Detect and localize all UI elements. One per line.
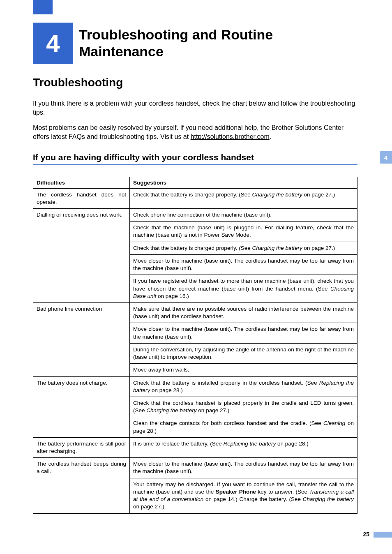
difficulty-cell: The cordless handset does not operate. bbox=[33, 188, 130, 208]
suggestion-cell: Clean the charge contacts for both cordl… bbox=[130, 417, 357, 437]
difficulty-cell: The cordless handset beeps during a call… bbox=[33, 458, 130, 513]
page-number-bar bbox=[374, 532, 392, 538]
table-header-difficulties: Difficulties bbox=[33, 177, 130, 188]
suggestion-cell: During the conversation, try adjusting t… bbox=[130, 343, 357, 363]
suggestion-cell: Make sure that there are no possible sou… bbox=[130, 302, 357, 323]
suggestion-cell: Move closer to the machine (base unit). … bbox=[130, 254, 357, 275]
header-stripe bbox=[33, 0, 53, 14]
section-title: Troubleshooting bbox=[33, 76, 357, 89]
chapter-title-line1: Troubleshooting and Routine bbox=[79, 26, 273, 43]
difficulty-cell: Bad phone line connection bbox=[33, 302, 130, 376]
intro-paragraph-1: If you think there is a problem with you… bbox=[33, 99, 357, 118]
intro2-text: Most problems can be easily resolved by … bbox=[33, 124, 344, 140]
suggestion-cell: It is time to replace the battery. (See … bbox=[130, 437, 357, 457]
solutions-link[interactable]: http://solutions.brother.com bbox=[191, 133, 270, 140]
suggestion-cell: Check that the machine (base unit) is pl… bbox=[130, 222, 357, 242]
chapter-title: Troubleshooting and Routine Maintenance bbox=[73, 23, 273, 64]
intro-paragraph-2: Most problems can be easily resolved by … bbox=[33, 123, 357, 142]
chapter-side-tab: 4 bbox=[380, 151, 392, 164]
subsection-title: If you are having difficulty with your c… bbox=[33, 152, 357, 165]
table-row: Bad phone line connectionMake sure that … bbox=[33, 302, 357, 323]
table-row: The battery does not charge.Check that t… bbox=[33, 376, 357, 397]
suggestion-cell: Check that the battery is installed prop… bbox=[130, 376, 357, 397]
table-row: The cordless handset beeps during a call… bbox=[33, 458, 357, 478]
difficulty-cell: Dialling or receiving does not work. bbox=[33, 209, 130, 303]
table-row: The cordless handset does not operate.Ch… bbox=[33, 188, 357, 208]
suggestion-cell: Check phone line connection of the machi… bbox=[130, 209, 357, 222]
table-row: The battery performance is still poor af… bbox=[33, 437, 357, 457]
table-header-suggestions: Suggestions bbox=[130, 177, 357, 188]
suggestion-cell: Your battery may be discharged. If you w… bbox=[130, 478, 357, 513]
page-content: Troubleshooting If you think there is a … bbox=[33, 76, 357, 514]
suggestion-cell: Check that the battery is charged proper… bbox=[130, 242, 357, 254]
suggestion-cell: Move away from walls. bbox=[130, 364, 357, 376]
difficulty-cell: The battery performance is still poor af… bbox=[33, 437, 130, 457]
suggestion-cell: If you have registered the handset to mo… bbox=[130, 275, 357, 303]
suggestion-cell: Check that the cordless handset is place… bbox=[130, 397, 357, 417]
chapter-header: 4 Troubleshooting and Routine Maintenanc… bbox=[33, 23, 273, 64]
table-row: Dialling or receiving does not work.Chec… bbox=[33, 209, 357, 222]
suggestion-cell: Move closer to the machine (base unit). … bbox=[130, 323, 357, 343]
difficulty-cell: The battery does not charge. bbox=[33, 376, 130, 437]
troubleshooting-table: Difficulties Suggestions The cordless ha… bbox=[33, 177, 357, 514]
chapter-title-line2: Maintenance bbox=[79, 43, 273, 60]
intro2-tail: . bbox=[270, 133, 271, 140]
chapter-number-box: 4 bbox=[33, 23, 73, 64]
suggestion-cell: Check that the battery is charged proper… bbox=[130, 188, 357, 208]
page-number: 25 bbox=[363, 531, 369, 538]
suggestion-cell: Move closer to the machine (base unit). … bbox=[130, 458, 357, 478]
